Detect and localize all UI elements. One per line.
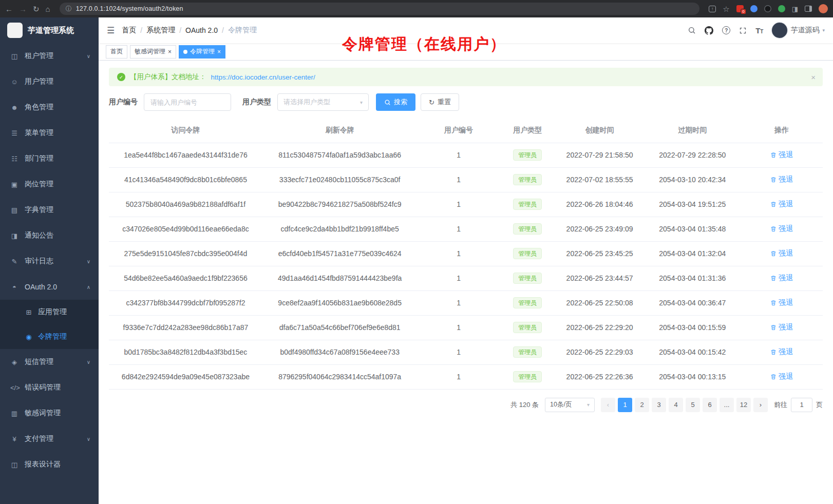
help-icon[interactable]: ? bbox=[722, 26, 730, 34]
breadcrumb-item[interactable]: OAuth 2.0 bbox=[185, 26, 218, 34]
sidebar-subitem-app[interactable]: ⊞应用管理 bbox=[0, 300, 99, 324]
page-button[interactable]: 3 bbox=[652, 398, 666, 412]
alert-close-icon[interactable]: × bbox=[811, 73, 816, 82]
browser-back-icon[interactable]: ← bbox=[5, 5, 13, 13]
address-bar[interactable]: ⓘ 127.0.0.1:1024/system/oauth2/token bbox=[60, 3, 700, 15]
user-id-cell: 1 bbox=[417, 217, 500, 241]
user-id-input[interactable] bbox=[144, 93, 231, 111]
search-form: 用户编号 用户类型 请选择用户类型 ▾ 搜索 ↻ 重置 bbox=[109, 93, 823, 111]
extension-dark-icon[interactable] bbox=[764, 5, 771, 12]
user-menu[interactable]: 芋道源码 ▾ bbox=[772, 23, 825, 38]
sidebar-subitem-token[interactable]: ◉令牌管理 bbox=[0, 324, 99, 349]
sidebar-item-oauth2[interactable]: ◓OAuth 2.0∧ bbox=[0, 274, 99, 300]
sidebar-item-dict[interactable]: ▤字典管理 bbox=[0, 197, 99, 223]
search-icon[interactable] bbox=[688, 26, 696, 34]
column-header: 访问令牌 bbox=[109, 118, 262, 143]
extensions-puzzle-icon[interactable]: ◨ bbox=[792, 5, 798, 13]
browser-home-icon[interactable]: ⌂ bbox=[46, 5, 50, 13]
share-icon[interactable]: ↑ bbox=[709, 6, 716, 12]
force-logout-button[interactable]: 强退 bbox=[770, 224, 793, 234]
reset-button[interactable]: ↻ 重置 bbox=[421, 93, 459, 111]
breadcrumb-item[interactable]: 系统管理 bbox=[146, 26, 175, 35]
page-button[interactable]: 2 bbox=[635, 398, 649, 412]
sidebar-item-error-code[interactable]: </>错误码管理 bbox=[0, 375, 99, 400]
sidebar-item-pay[interactable]: ¥支付管理∨ bbox=[0, 426, 99, 452]
close-icon[interactable]: × bbox=[217, 49, 221, 55]
sidebar-item-role[interactable]: ☻角色管理 bbox=[0, 94, 99, 120]
table-row: 502375b8040a469a9b82188afdf6af1fbe90422b… bbox=[109, 192, 823, 217]
create-time-cell: 2022-07-29 21:58:50 bbox=[555, 143, 645, 167]
force-logout-button[interactable]: 强退 bbox=[770, 200, 793, 209]
force-logout-label: 强退 bbox=[779, 298, 793, 307]
action-cell: 强退 bbox=[741, 364, 823, 389]
create-time-cell: 2022-06-25 22:50:08 bbox=[555, 290, 645, 315]
next-page-button[interactable]: › bbox=[753, 398, 768, 412]
site-info-icon[interactable]: ⓘ bbox=[66, 5, 72, 13]
sidebar-item-report-designer[interactable]: ◫报表设计器 bbox=[0, 452, 99, 477]
close-icon[interactable]: × bbox=[168, 49, 172, 55]
sidebar-item-tenant[interactable]: ◫租户管理∨ bbox=[0, 43, 99, 69]
breadcrumb-separator: / bbox=[140, 26, 142, 34]
page-button[interactable]: 5 bbox=[686, 398, 700, 412]
access-token-cell: 41c41346a548490f9dc8b01c6bfe0865 bbox=[109, 167, 262, 192]
bookmark-star-icon[interactable]: ☆ bbox=[723, 5, 729, 13]
sidebar-item-user[interactable]: ☺用户管理 bbox=[0, 69, 99, 94]
extension-blue-icon[interactable] bbox=[750, 5, 758, 12]
page-size-value: 10条/页 bbox=[550, 400, 572, 409]
refresh-token-cell: 49d1aa46d1454fbd87591444423be9fa bbox=[262, 266, 418, 290]
sidebar-collapse-icon[interactable]: ☰ bbox=[107, 25, 115, 36]
github-icon[interactable] bbox=[705, 26, 713, 35]
browser-reload-icon[interactable]: ↻ bbox=[33, 5, 40, 13]
sidebar-item-audit-log[interactable]: ✎审计日志∨ bbox=[0, 248, 99, 274]
tab-token[interactable]: 令牌管理× bbox=[179, 45, 225, 59]
prev-page-button[interactable]: ‹ bbox=[601, 398, 615, 412]
tab-home[interactable]: 首页 bbox=[106, 45, 127, 59]
user-type-badge: 管理员 bbox=[513, 371, 542, 382]
force-logout-button[interactable]: 强退 bbox=[770, 298, 793, 307]
browser-profile-avatar[interactable] bbox=[819, 4, 828, 13]
tab-sensitive-word[interactable]: 敏感词管理× bbox=[130, 45, 176, 59]
column-header: 过期时间 bbox=[644, 118, 741, 143]
extension-red-icon[interactable]: 0 bbox=[736, 5, 744, 12]
page-button[interactable]: 12 bbox=[736, 398, 751, 412]
force-logout-button[interactable]: 强退 bbox=[770, 372, 793, 381]
page-buttons: ‹ 123456...12› bbox=[601, 398, 768, 412]
doc-link[interactable]: https://doc.iocoder.cn/user-center/ bbox=[211, 73, 315, 81]
column-header: 用户类型 bbox=[500, 118, 555, 143]
sidebar-item-menu[interactable]: ☰菜单管理 bbox=[0, 120, 99, 146]
extension-green-icon[interactable] bbox=[778, 5, 785, 12]
sidebar-item-notice[interactable]: ◨通知公告 bbox=[0, 223, 99, 248]
force-logout-button[interactable]: 强退 bbox=[770, 175, 793, 184]
force-logout-button[interactable]: 强退 bbox=[770, 150, 793, 160]
table-row: 6d842e2924594de9a09e45e087323abe8796295f… bbox=[109, 364, 823, 389]
page-size-select[interactable]: 10条/页 ▾ bbox=[545, 398, 595, 412]
sidebar-item-sensitive-word[interactable]: ▥敏感词管理 bbox=[0, 400, 99, 426]
refresh-token-cell: be90422b8c7946218275a508bf524fc9 bbox=[262, 192, 418, 217]
role-icon: ☻ bbox=[10, 104, 18, 111]
force-logout-button[interactable]: 强退 bbox=[770, 249, 793, 258]
expire-time-cell: 2054-03-10 20:42:34 bbox=[644, 167, 741, 192]
expire-time-cell: 2054-03-04 00:15:59 bbox=[644, 315, 741, 340]
goto-page-input[interactable] bbox=[791, 398, 812, 412]
sidebar-item-post[interactable]: ▣岗位管理 bbox=[0, 171, 99, 197]
page-button[interactable]: 1 bbox=[618, 398, 632, 412]
force-logout-button[interactable]: 强退 bbox=[770, 347, 793, 357]
search-button[interactable]: 搜索 bbox=[376, 93, 415, 111]
page-ellipsis[interactable]: ... bbox=[720, 398, 734, 412]
app-logo[interactable]: 芋道管理系统 bbox=[0, 17, 99, 43]
word-icon: ▥ bbox=[10, 410, 18, 417]
user-type-badge: 管理员 bbox=[513, 248, 542, 259]
page-button[interactable]: 4 bbox=[669, 398, 683, 412]
delete-icon bbox=[770, 374, 777, 380]
force-logout-button[interactable]: 强退 bbox=[770, 323, 793, 332]
sidebar-item-sms[interactable]: ◈短信管理∨ bbox=[0, 349, 99, 375]
side-panel-icon[interactable] bbox=[805, 6, 812, 12]
page-button[interactable]: 6 bbox=[703, 398, 717, 412]
font-size-icon[interactable]: TT bbox=[755, 26, 763, 35]
force-logout-button[interactable]: 强退 bbox=[770, 274, 793, 283]
breadcrumb-item[interactable]: 首页 bbox=[122, 26, 136, 35]
browser-forward-icon[interactable]: → bbox=[19, 5, 27, 13]
fullscreen-icon[interactable] bbox=[739, 27, 747, 34]
user-type-select[interactable]: 请选择用户类型 ▾ bbox=[277, 93, 369, 111]
sidebar-item-dept[interactable]: ☷部门管理 bbox=[0, 146, 99, 171]
